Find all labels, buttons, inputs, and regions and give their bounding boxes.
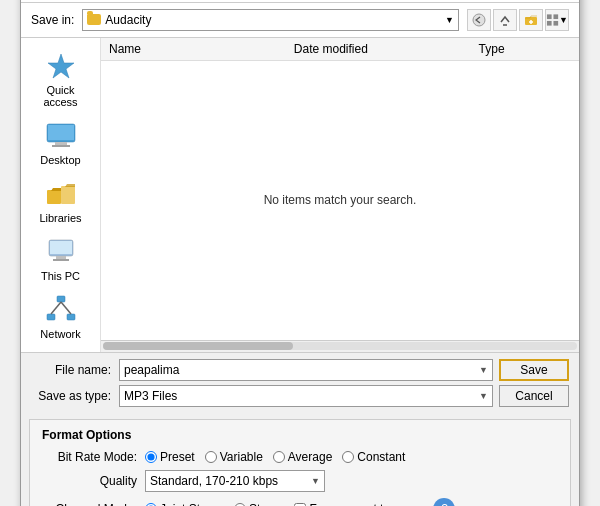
channel-options: Joint Stereo Stereo Force export to mono… bbox=[145, 498, 455, 507]
svg-rect-24 bbox=[57, 296, 65, 302]
network-icon bbox=[45, 294, 77, 326]
format-options-title: Format Options bbox=[42, 428, 558, 442]
new-folder-icon bbox=[524, 13, 538, 27]
stereo-label: Stereo bbox=[249, 502, 284, 507]
variable-label: Variable bbox=[220, 450, 263, 464]
average-label: Average bbox=[288, 450, 332, 464]
svg-rect-17 bbox=[52, 145, 70, 147]
save-as-value: MP3 Files bbox=[124, 389, 177, 403]
sidebar-item-label: Desktop bbox=[40, 154, 80, 166]
preset-label: Preset bbox=[160, 450, 195, 464]
save-as-label: Save as type: bbox=[31, 389, 111, 403]
current-folder: Audacity bbox=[105, 13, 151, 27]
help-button[interactable]: ? bbox=[433, 498, 455, 507]
channel-label: Channel Mode: bbox=[42, 502, 137, 507]
view-button[interactable]: ▼ bbox=[545, 9, 569, 31]
quality-dropdown[interactable]: Standard, 170-210 kbps ▼ bbox=[145, 470, 325, 492]
file-list-content: No items match your search. bbox=[101, 61, 579, 340]
sidebar-item-quick-access[interactable]: Quick access bbox=[25, 46, 97, 112]
quality-row: Quality Standard, 170-210 kbps ▼ bbox=[42, 470, 558, 492]
svg-rect-21 bbox=[50, 241, 72, 254]
svg-rect-25 bbox=[47, 314, 55, 320]
stereo-radio[interactable] bbox=[234, 503, 246, 507]
dropdown-arrow-icon: ▼ bbox=[445, 15, 454, 25]
svg-rect-10 bbox=[553, 14, 558, 19]
toolbar-buttons: ▼ bbox=[467, 9, 569, 31]
svg-rect-26 bbox=[67, 314, 75, 320]
save-as-input-wrap: MP3 Files ▼ Cancel bbox=[119, 385, 569, 407]
column-name: Name bbox=[109, 42, 294, 56]
preset-option[interactable]: Preset bbox=[145, 450, 195, 464]
save-as-dropdown[interactable]: MP3 Files ▼ bbox=[119, 385, 493, 407]
file-name-label: File name: bbox=[31, 363, 111, 377]
sidebar: Quick access Desktop bbox=[21, 38, 101, 352]
column-date: Date modified bbox=[294, 42, 479, 56]
svg-rect-18 bbox=[47, 190, 61, 204]
variable-option[interactable]: Variable bbox=[205, 450, 263, 464]
cancel-button[interactable]: Cancel bbox=[499, 385, 569, 407]
sidebar-item-thispc[interactable]: This PC bbox=[25, 232, 97, 286]
libraries-icon bbox=[45, 178, 77, 210]
toolbar-row: Save in: Audacity ▼ bbox=[21, 3, 579, 38]
file-name-row: File name: peapalima ▼ Save bbox=[31, 359, 569, 381]
svg-point-5 bbox=[473, 14, 485, 26]
preset-radio[interactable] bbox=[145, 451, 157, 463]
scrollbar-thumb bbox=[103, 342, 293, 350]
svg-rect-16 bbox=[55, 142, 67, 145]
svg-rect-22 bbox=[56, 256, 66, 259]
sidebar-item-desktop[interactable]: Desktop bbox=[25, 116, 97, 170]
view-icon bbox=[546, 13, 559, 27]
joint-stereo-radio[interactable] bbox=[145, 503, 157, 507]
sidebar-item-label: This PC bbox=[41, 270, 80, 282]
save-as-row: Save as type: MP3 Files ▼ Cancel bbox=[31, 385, 569, 407]
svg-rect-9 bbox=[547, 14, 552, 19]
file-list-header: Name Date modified Type bbox=[101, 38, 579, 61]
export-audio-dialog: Export Audio ✕ Save in: Audacity ▼ bbox=[20, 0, 580, 506]
empty-message: No items match your search. bbox=[264, 193, 417, 207]
channel-mode-row: Channel Mode: Joint Stereo Stereo Force … bbox=[42, 498, 558, 507]
joint-stereo-option[interactable]: Joint Stereo bbox=[145, 502, 224, 507]
sidebar-item-label: Quick access bbox=[29, 84, 93, 108]
sidebar-item-label: Network bbox=[40, 328, 80, 340]
star-icon bbox=[45, 50, 77, 82]
force-mono-option[interactable]: Force export to mono bbox=[294, 502, 423, 507]
sidebar-item-libraries[interactable]: Libraries bbox=[25, 174, 97, 228]
bit-rate-row: Bit Rate Mode: Preset Variable Average C… bbox=[42, 450, 558, 464]
svg-rect-11 bbox=[547, 20, 552, 25]
constant-radio[interactable] bbox=[342, 451, 354, 463]
quality-dropdown-arrow: ▼ bbox=[311, 476, 320, 486]
main-area: Quick access Desktop bbox=[21, 38, 579, 352]
bit-rate-label: Bit Rate Mode: bbox=[42, 450, 137, 464]
sidebar-item-network[interactable]: Network bbox=[25, 290, 97, 344]
scrollbar-track bbox=[103, 342, 577, 350]
file-name-dropdown[interactable]: peapalima ▼ bbox=[119, 359, 493, 381]
force-mono-checkbox[interactable] bbox=[294, 503, 306, 507]
svg-line-27 bbox=[51, 302, 61, 314]
constant-option[interactable]: Constant bbox=[342, 450, 405, 464]
new-folder-button[interactable] bbox=[519, 9, 543, 31]
bottom-fields: File name: peapalima ▼ Save Save as type… bbox=[21, 352, 579, 413]
average-radio[interactable] bbox=[273, 451, 285, 463]
horizontal-scrollbar[interactable] bbox=[101, 340, 579, 352]
quality-label: Quality bbox=[42, 474, 137, 488]
column-type: Type bbox=[479, 42, 571, 56]
format-options: Format Options Bit Rate Mode: Preset Var… bbox=[29, 419, 571, 507]
save-button[interactable]: Save bbox=[499, 359, 569, 381]
svg-rect-12 bbox=[553, 20, 558, 25]
quality-value: Standard, 170-210 kbps bbox=[150, 474, 278, 488]
save-in-dropdown[interactable]: Audacity ▼ bbox=[82, 9, 459, 31]
file-name-input-wrap: peapalima ▼ Save bbox=[119, 359, 569, 381]
back-button[interactable] bbox=[467, 9, 491, 31]
stereo-option[interactable]: Stereo bbox=[234, 502, 284, 507]
sidebar-item-label: Libraries bbox=[39, 212, 81, 224]
variable-radio[interactable] bbox=[205, 451, 217, 463]
constant-label: Constant bbox=[357, 450, 405, 464]
folder-icon bbox=[87, 14, 101, 25]
up-icon bbox=[498, 13, 512, 27]
average-option[interactable]: Average bbox=[273, 450, 332, 464]
view-dropdown-arrow: ▼ bbox=[559, 15, 568, 25]
save-as-dropdown-arrow: ▼ bbox=[479, 391, 488, 401]
desktop-icon bbox=[45, 120, 77, 152]
file-name-value: peapalima bbox=[124, 363, 179, 377]
up-button[interactable] bbox=[493, 9, 517, 31]
